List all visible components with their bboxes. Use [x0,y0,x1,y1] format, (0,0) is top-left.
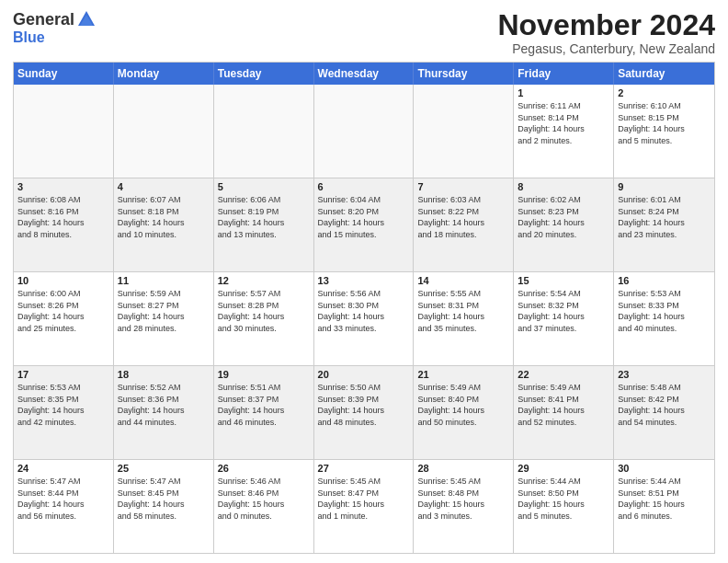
calendar-body: 1Sunrise: 6:11 AM Sunset: 8:14 PM Daylig… [14,85,714,553]
day-num-23: 23 [618,369,711,380]
cell-info-6: Sunrise: 6:04 AM Sunset: 8:20 PM Dayligh… [318,194,410,240]
calendar-cell-4-5: 29Sunrise: 5:44 AM Sunset: 8:50 PM Dayli… [514,460,614,553]
cell-info-12: Sunrise: 5:57 AM Sunset: 8:28 PM Dayligh… [218,288,310,334]
calendar-cell-4-0: 24Sunrise: 5:47 AM Sunset: 8:44 PM Dayli… [14,460,114,553]
day-num-17: 17 [17,369,109,380]
calendar-cell-0-2 [214,85,314,178]
header-wednesday: Wednesday [314,63,415,85]
cell-info-18: Sunrise: 5:52 AM Sunset: 8:36 PM Dayligh… [118,382,210,428]
logo-icon [76,9,97,29]
cell-info-26: Sunrise: 5:46 AM Sunset: 8:46 PM Dayligh… [218,476,310,522]
cell-info-22: Sunrise: 5:49 AM Sunset: 8:41 PM Dayligh… [518,382,609,428]
calendar-cell-3-4: 21Sunrise: 5:49 AM Sunset: 8:40 PM Dayli… [414,366,514,459]
calendar-cell-0-0 [14,85,114,178]
calendar-cell-2-4: 14Sunrise: 5:55 AM Sunset: 8:31 PM Dayli… [414,272,514,365]
day-num-24: 24 [17,463,109,474]
calendar-cell-4-4: 28Sunrise: 5:45 AM Sunset: 8:48 PM Dayli… [414,460,514,553]
page: General Blue November 2024 Pegasus, Cant… [0,0,728,563]
cell-info-14: Sunrise: 5:55 AM Sunset: 8:31 PM Dayligh… [417,288,509,334]
day-num-1: 1 [518,87,609,98]
cell-info-13: Sunrise: 5:56 AM Sunset: 8:30 PM Dayligh… [318,288,410,334]
calendar: Sunday Monday Tuesday Wednesday Thursday… [13,62,715,554]
day-num-2: 2 [618,87,711,98]
day-num-14: 14 [417,275,509,286]
cell-info-29: Sunrise: 5:44 AM Sunset: 8:50 PM Dayligh… [518,476,609,522]
header-sunday: Sunday [14,63,114,85]
calendar-cell-2-2: 12Sunrise: 5:57 AM Sunset: 8:28 PM Dayli… [214,272,314,365]
calendar-cell-3-6: 23Sunrise: 5:48 AM Sunset: 8:42 PM Dayli… [614,366,714,459]
calendar-cell-1-4: 7Sunrise: 6:03 AM Sunset: 8:22 PM Daylig… [414,178,514,271]
day-num-27: 27 [318,463,410,474]
cell-info-27: Sunrise: 5:45 AM Sunset: 8:47 PM Dayligh… [318,476,410,522]
calendar-cell-3-3: 20Sunrise: 5:50 AM Sunset: 8:39 PM Dayli… [314,366,415,459]
calendar-cell-3-2: 19Sunrise: 5:51 AM Sunset: 8:37 PM Dayli… [214,366,314,459]
day-num-18: 18 [118,369,210,380]
calendar-cell-1-2: 5Sunrise: 6:06 AM Sunset: 8:19 PM Daylig… [214,178,314,271]
subtitle: Pegasus, Canterbury, New Zealand [497,41,715,56]
month-title: November 2024 [497,9,715,41]
calendar-cell-0-4 [414,85,514,178]
header-monday: Monday [114,63,214,85]
calendar-row-4: 24Sunrise: 5:47 AM Sunset: 8:44 PM Dayli… [14,460,714,553]
calendar-cell-0-3 [314,85,415,178]
calendar-header: Sunday Monday Tuesday Wednesday Thursday… [14,63,714,85]
day-num-21: 21 [417,369,509,380]
title-section: November 2024 Pegasus, Canterbury, New Z… [497,9,715,56]
cell-info-30: Sunrise: 5:44 AM Sunset: 8:51 PM Dayligh… [618,476,711,522]
calendar-row-1: 3Sunrise: 6:08 AM Sunset: 8:16 PM Daylig… [14,178,714,272]
day-num-29: 29 [518,463,609,474]
calendar-cell-2-1: 11Sunrise: 5:59 AM Sunset: 8:27 PM Dayli… [114,272,214,365]
header-friday: Friday [514,63,614,85]
cell-info-11: Sunrise: 5:59 AM Sunset: 8:27 PM Dayligh… [118,288,210,334]
day-num-15: 15 [518,275,609,286]
calendar-cell-2-6: 16Sunrise: 5:53 AM Sunset: 8:33 PM Dayli… [614,272,714,365]
day-num-3: 3 [17,181,109,192]
cell-info-7: Sunrise: 6:03 AM Sunset: 8:22 PM Dayligh… [417,194,509,240]
calendar-cell-0-6: 2Sunrise: 6:10 AM Sunset: 8:15 PM Daylig… [614,85,714,178]
cell-info-21: Sunrise: 5:49 AM Sunset: 8:40 PM Dayligh… [417,382,509,428]
cell-info-24: Sunrise: 5:47 AM Sunset: 8:44 PM Dayligh… [17,476,109,522]
calendar-cell-3-0: 17Sunrise: 5:53 AM Sunset: 8:35 PM Dayli… [14,366,114,459]
logo-blue-text: Blue [13,29,45,45]
day-num-10: 10 [17,275,109,286]
calendar-cell-0-5: 1Sunrise: 6:11 AM Sunset: 8:14 PM Daylig… [514,85,614,178]
cell-info-19: Sunrise: 5:51 AM Sunset: 8:37 PM Dayligh… [218,382,310,428]
calendar-cell-3-1: 18Sunrise: 5:52 AM Sunset: 8:36 PM Dayli… [114,366,214,459]
day-num-30: 30 [618,463,711,474]
day-num-26: 26 [218,463,310,474]
calendar-cell-1-0: 3Sunrise: 6:08 AM Sunset: 8:16 PM Daylig… [14,178,114,271]
day-num-16: 16 [618,275,711,286]
calendar-cell-4-1: 25Sunrise: 5:47 AM Sunset: 8:45 PM Dayli… [114,460,214,553]
cell-info-10: Sunrise: 6:00 AM Sunset: 8:26 PM Dayligh… [17,288,109,334]
cell-info-3: Sunrise: 6:08 AM Sunset: 8:16 PM Dayligh… [17,194,109,240]
header-tuesday: Tuesday [214,63,314,85]
cell-info-5: Sunrise: 6:06 AM Sunset: 8:19 PM Dayligh… [218,194,310,240]
cell-info-2: Sunrise: 6:10 AM Sunset: 8:15 PM Dayligh… [618,100,711,146]
cell-info-20: Sunrise: 5:50 AM Sunset: 8:39 PM Dayligh… [318,382,410,428]
calendar-cell-3-5: 22Sunrise: 5:49 AM Sunset: 8:41 PM Dayli… [514,366,614,459]
day-num-28: 28 [417,463,509,474]
calendar-cell-0-1 [114,85,214,178]
cell-info-16: Sunrise: 5:53 AM Sunset: 8:33 PM Dayligh… [618,288,711,334]
day-num-6: 6 [318,181,410,192]
day-num-22: 22 [518,369,609,380]
day-num-7: 7 [417,181,509,192]
day-num-12: 12 [218,275,310,286]
calendar-cell-1-3: 6Sunrise: 6:04 AM Sunset: 8:20 PM Daylig… [314,178,415,271]
day-num-5: 5 [218,181,310,192]
calendar-cell-2-5: 15Sunrise: 5:54 AM Sunset: 8:32 PM Dayli… [514,272,614,365]
cell-info-4: Sunrise: 6:07 AM Sunset: 8:18 PM Dayligh… [118,194,210,240]
cell-info-8: Sunrise: 6:02 AM Sunset: 8:23 PM Dayligh… [518,194,609,240]
calendar-row-0: 1Sunrise: 6:11 AM Sunset: 8:14 PM Daylig… [14,85,714,178]
cell-info-23: Sunrise: 5:48 AM Sunset: 8:42 PM Dayligh… [618,382,711,428]
header-saturday: Saturday [614,63,714,85]
logo: General Blue [13,9,97,46]
calendar-cell-4-6: 30Sunrise: 5:44 AM Sunset: 8:51 PM Dayli… [614,460,714,553]
logo-general-text: General [13,10,74,29]
calendar-cell-2-3: 13Sunrise: 5:56 AM Sunset: 8:30 PM Dayli… [314,272,415,365]
day-num-20: 20 [318,369,410,380]
day-num-19: 19 [218,369,310,380]
day-num-9: 9 [618,181,711,192]
calendar-cell-1-6: 9Sunrise: 6:01 AM Sunset: 8:24 PM Daylig… [614,178,714,271]
day-num-8: 8 [518,181,609,192]
